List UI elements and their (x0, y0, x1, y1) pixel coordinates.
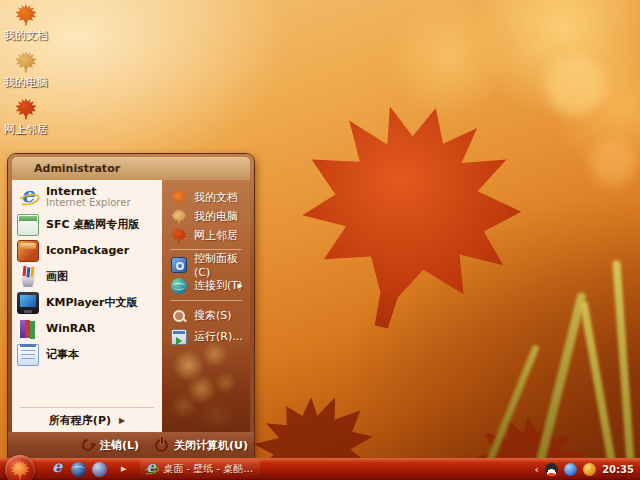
start-menu-program-item[interactable]: Internet Internet Explorer (12, 182, 162, 212)
start-menu-place-item[interactable]: 运行(R)... (162, 326, 250, 347)
pinned-program-list: Internet Internet Explorer SFC 桌酷网专用版 (12, 182, 162, 368)
bokeh-light (590, 140, 636, 186)
desktop-icon[interactable]: 网上邻居 (2, 98, 50, 135)
desktop-icon[interactable]: 我的电脑 (2, 51, 50, 88)
browser-window-icon (144, 462, 158, 476)
program-label: IconPackager (46, 245, 129, 257)
start-menu-place-item[interactable]: 我的文档 (162, 188, 250, 207)
internet-explorer-icon (17, 186, 39, 208)
program-sublabel: Internet Explorer (46, 198, 131, 209)
place-label: 连接到(T) (194, 278, 242, 293)
my-documents-leaf-icon (15, 4, 37, 26)
start-leaf-icon (10, 460, 30, 480)
submenu-arrow-icon: ▶ (238, 282, 243, 290)
start-menu-program-item[interactable]: 记事本 (12, 342, 162, 368)
start-menu-user-header: Administrator (12, 157, 250, 180)
user-name: Administrator (34, 162, 120, 175)
program-label: SFC 桌酷网专用版 (46, 219, 139, 231)
quick-launch-bar: ▶ (50, 462, 126, 477)
grass-blade-graphic (579, 301, 618, 480)
sfc-app-icon (17, 214, 39, 236)
places-list: 我的文档 我的电脑 网上邻居 (162, 188, 250, 347)
desktop-icon-label: 我的文档 (2, 30, 50, 41)
place-label: 我的电脑 (194, 209, 238, 224)
start-menu-place-item[interactable]: 我的电脑 (162, 207, 250, 226)
bokeh-light (545, 55, 605, 115)
program-label: Internet (46, 186, 131, 198)
menu-separator (170, 300, 242, 301)
tray-collapse-chevron-icon[interactable]: ‹ (535, 464, 540, 475)
task-button-label: 桌面 - 壁纸 - 桌酷... (163, 462, 252, 476)
power-icon (155, 439, 168, 452)
application-icon[interactable] (92, 462, 107, 477)
program-label: 画图 (46, 271, 68, 283)
taskbar: ▶ 桌面 - 壁纸 - 桌酷... ‹ 20:35 (0, 458, 640, 480)
start-button[interactable] (5, 455, 35, 480)
search-icon (171, 308, 187, 324)
place-label: 运行(R)... (194, 329, 243, 344)
qq-messenger-icon[interactable] (545, 463, 558, 476)
start-menu-columns: Internet Internet Explorer SFC 桌酷网专用版 (12, 180, 250, 432)
log-off-icon (79, 437, 96, 454)
start-menu-program-item[interactable]: KMPlayer中文版 (12, 290, 162, 316)
system-tray: ‹ 20:35 (535, 463, 640, 476)
internet-explorer-icon[interactable] (50, 462, 65, 477)
kmplayer-icon (17, 292, 39, 314)
iconpackager-icon (17, 240, 39, 262)
taskbar-clock[interactable]: 20:35 (602, 464, 634, 475)
my-computer-leaf-icon (15, 51, 37, 73)
start-menu-program-item[interactable]: WinRAR (12, 316, 162, 342)
place-label: 我的文档 (194, 190, 238, 205)
globe-browser-icon[interactable] (71, 462, 86, 477)
maple-leaf-graphic (271, 76, 546, 358)
place-label: 网上邻居 (194, 228, 238, 243)
notepad-icon (17, 344, 39, 366)
my-computer-leaf-icon (171, 209, 187, 225)
program-label: WinRAR (46, 323, 95, 335)
submenu-arrow-icon: ▶ (119, 416, 125, 425)
start-menu-places-column: 我的文档 我的电脑 网上邻居 (162, 180, 250, 432)
network-places-leaf-icon (171, 228, 187, 244)
input-method-icon[interactable] (583, 463, 596, 476)
start-menu-program-item[interactable]: SFC 桌酷网专用版 (12, 212, 162, 238)
run-icon (171, 329, 187, 345)
control-panel-icon (171, 257, 187, 273)
all-programs-button[interactable]: 所有程序(P) ▶ (12, 408, 162, 432)
start-menu-place-item[interactable]: 控制面板(C) (162, 254, 250, 275)
task-button-area: 桌面 - 壁纸 - 桌酷... (126, 460, 259, 478)
desktop-icon-column: 我的文档 我的电脑 网上邻居 (2, 4, 50, 145)
start-menu-program-item[interactable]: 画图 (12, 264, 162, 290)
connect-to-icon (171, 278, 187, 294)
messenger-icon[interactable] (564, 463, 577, 476)
start-menu-place-item[interactable]: 搜索(S) (162, 305, 250, 326)
winrar-icon (17, 318, 39, 340)
grass-blade-graphic (612, 260, 635, 480)
start-menu-place-item[interactable]: 网上邻居 (162, 226, 250, 245)
desktop-icon[interactable]: 我的文档 (2, 4, 50, 41)
start-menu: Administrator Internet Internet Explorer (8, 154, 254, 458)
log-off-button[interactable]: 注销(L) (82, 438, 139, 453)
desktop-icon-label: 我的电脑 (2, 77, 50, 88)
paint-icon (17, 266, 39, 288)
program-label: 记事本 (46, 349, 79, 361)
place-label: 搜索(S) (194, 308, 232, 323)
desktop-icon-label: 网上邻居 (2, 124, 50, 135)
turn-off-computer-button[interactable]: 关闭计算机(U) (155, 438, 248, 453)
start-menu-program-item[interactable]: IconPackager (12, 238, 162, 264)
my-documents-leaf-icon (171, 190, 187, 206)
network-places-leaf-icon (15, 98, 37, 120)
start-menu-place-item[interactable]: 连接到(T) ▶ (162, 275, 250, 296)
start-menu-pinned-column: Internet Internet Explorer SFC 桌酷网专用版 (12, 180, 162, 432)
start-menu-footer: 注销(L) 关闭计算机(U) (8, 432, 254, 458)
program-label: KMPlayer中文版 (46, 297, 137, 309)
task-button[interactable]: 桌面 - 壁纸 - 桌酷... (140, 460, 259, 478)
